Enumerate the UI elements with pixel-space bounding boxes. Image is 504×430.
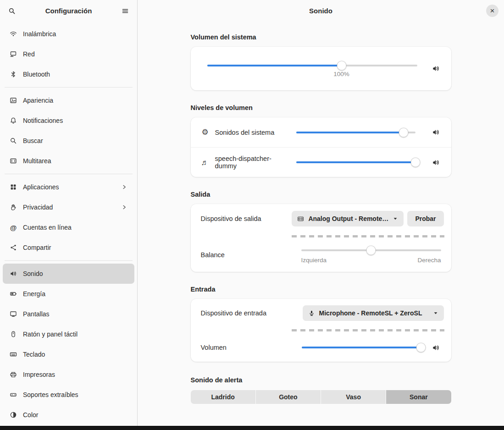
- input-volume-slider[interactable]: [302, 347, 421, 348]
- slider-thumb[interactable]: [416, 343, 426, 353]
- stream-mute-button[interactable]: [431, 127, 441, 138]
- close-button[interactable]: ×: [486, 5, 498, 17]
- sidebar-item-label: Apariencia: [23, 97, 53, 104]
- input-device-label: Dispositivo de entrada: [201, 309, 303, 317]
- sidebar-item-online-accounts[interactable]: @ Cuentas en línea: [3, 217, 134, 237]
- sidebar-item-keyboard[interactable]: Teclado: [3, 344, 134, 364]
- sidebar-item-applications[interactable]: Aplicaciones: [3, 177, 134, 197]
- alert-option-goteo[interactable]: Goteo: [256, 390, 321, 404]
- sidebar-item-sound[interactable]: Sonido: [3, 264, 134, 284]
- section-title-system-volume: Volumen del sistema: [191, 33, 451, 41]
- test-speakers-button[interactable]: Probar: [407, 211, 443, 226]
- slider-thumb[interactable]: [410, 158, 420, 167]
- stream-label: Sonidos del sistema: [215, 129, 275, 136]
- sidebar-item-appearance[interactable]: Apariencia: [3, 90, 134, 110]
- speech-dispatcher-slider[interactable]: [296, 161, 415, 163]
- sidebar-item-label: Cuentas en línea: [23, 224, 72, 231]
- stream-mute-button[interactable]: [431, 157, 441, 167]
- sidebar-item-multitasking[interactable]: Multitarea: [3, 151, 134, 171]
- sidebar-item-label: Privacidad: [23, 204, 53, 211]
- sidebar-item-printers[interactable]: Impresoras: [3, 364, 134, 385]
- sidebar-item-color[interactable]: Color: [3, 405, 134, 425]
- sidebar-headerbar: Configuración: [0, 0, 137, 22]
- main-headerbar: Sonido ×: [138, 0, 504, 22]
- system-sounds-slider[interactable]: [296, 132, 415, 133]
- chevron-right-icon: [121, 184, 127, 190]
- sidebar-item-notifications[interactable]: Notificaciones: [3, 110, 134, 131]
- page-title: Sonido: [309, 7, 332, 15]
- search-icon: [8, 7, 16, 15]
- sidebar-item-label: Soportes extraíbles: [23, 391, 78, 398]
- sidebar-item-bluetooth[interactable]: Bluetooth: [3, 64, 134, 84]
- sidebar-item-mouse[interactable]: Ratón y panel táctil: [3, 324, 134, 344]
- sidebar-item-label: Color: [23, 411, 38, 419]
- system-sounds-gear-icon: ⚙: [201, 128, 210, 136]
- balance-right-label: Derecha: [417, 257, 441, 264]
- slider-thumb[interactable]: [366, 246, 376, 255]
- sidebar-item-label: Notificaciones: [23, 117, 63, 124]
- notifications-icon: [10, 117, 17, 124]
- input-device-value: Microphone - RemoteSL + ZeroSL: [319, 309, 422, 317]
- system-volume-mute-button[interactable]: [431, 64, 441, 74]
- sidebar-item-label: Ratón y panel táctil: [23, 331, 78, 338]
- system-volume-card: 100%: [191, 47, 451, 90]
- dropdown-caret-icon: [393, 216, 398, 221]
- system-volume-slider[interactable]: 100%: [207, 65, 417, 66]
- slider-thumb[interactable]: [399, 127, 408, 137]
- input-device-dropdown[interactable]: Microphone - RemoteSL + ZeroSL: [303, 305, 444, 321]
- sidebar-item-displays[interactable]: Pantallas: [3, 304, 134, 324]
- removable-media-icon: [10, 391, 17, 398]
- printer-icon: [10, 371, 17, 378]
- sharing-icon: [10, 244, 17, 251]
- volume-level-row: ♬ speech-dispatcher-dummy: [191, 147, 451, 177]
- output-device-row: Dispositivo de salida Analog Output - Re…: [191, 204, 451, 233]
- output-device-dropdown[interactable]: Analog Output - Remote…: [292, 211, 404, 226]
- sidebar-separator: [5, 260, 133, 261]
- sidebar-item-network[interactable]: Red: [3, 44, 134, 64]
- input-card: Dispositivo de entrada Microphone - Remo…: [191, 299, 451, 362]
- stream-label: speech-dispatcher-dummy: [215, 155, 291, 170]
- sidebar-item-label: Inalámbrica: [23, 30, 56, 38]
- sidebar-item-label: Sonido: [23, 270, 43, 277]
- sidebar: Configuración Inalámbrica Red Bluetooth: [0, 0, 138, 426]
- network-icon: [10, 50, 17, 58]
- appearance-icon: [10, 97, 17, 104]
- sidebar-item-privacy[interactable]: Privacidad: [3, 197, 134, 217]
- sidebar-item-removable-media[interactable]: Soportes extraíbles: [3, 385, 134, 405]
- input-device-row: Dispositivo de entrada Microphone - Remo…: [191, 299, 451, 327]
- sound-card-icon: [297, 215, 304, 222]
- balance-slider[interactable]: [301, 249, 441, 251]
- apps-grid-icon: [10, 183, 17, 191]
- main-menu-button[interactable]: [118, 4, 133, 18]
- slider-fill: [207, 65, 342, 66]
- sidebar-item-search[interactable]: Buscar: [3, 131, 134, 151]
- sidebar-item-label: Pantallas: [23, 310, 50, 318]
- slider-thumb[interactable]: [337, 61, 346, 70]
- output-device-label: Dispositivo de salida: [201, 215, 292, 222]
- sidebar-title: Configuración: [19, 7, 118, 15]
- chevron-right-icon: [121, 204, 127, 210]
- search-button[interactable]: [5, 4, 19, 18]
- alert-option-ladrido[interactable]: Ladrido: [191, 390, 255, 404]
- sidebar-item-label: Bluetooth: [23, 71, 50, 78]
- music-note-icon: ♬: [201, 159, 210, 166]
- alert-option-sonar[interactable]: Sonar: [386, 390, 451, 404]
- window-bottom-edge: [0, 426, 504, 430]
- sidebar-item-wireless[interactable]: Inalámbrica: [3, 24, 134, 44]
- slider-fill: [302, 347, 421, 348]
- speaker-volume-icon: [432, 128, 440, 136]
- output-device-value: Analog Output - Remote…: [308, 215, 388, 222]
- sidebar-item-power[interactable]: Energía: [3, 284, 134, 304]
- balance-row: Balance Izquierda Derecha: [191, 239, 451, 272]
- alert-option-vaso[interactable]: Vaso: [321, 390, 386, 404]
- sound-speaker-icon: [10, 270, 17, 277]
- sidebar-separator: [5, 87, 133, 88]
- sidebar-item-label: Red: [23, 50, 35, 58]
- speaker-volume-icon: [432, 159, 440, 166]
- sidebar-item-label: Teclado: [23, 351, 45, 358]
- input-mute-button[interactable]: [431, 342, 441, 353]
- alert-sound-segmented-control: Ladrido Goteo Vaso Sonar: [191, 390, 451, 404]
- sidebar-item-sharing[interactable]: Compartir: [3, 237, 134, 258]
- balance-scale-labels: Izquierda Derecha: [301, 257, 441, 264]
- sidebar-item-label: Compartir: [23, 244, 51, 251]
